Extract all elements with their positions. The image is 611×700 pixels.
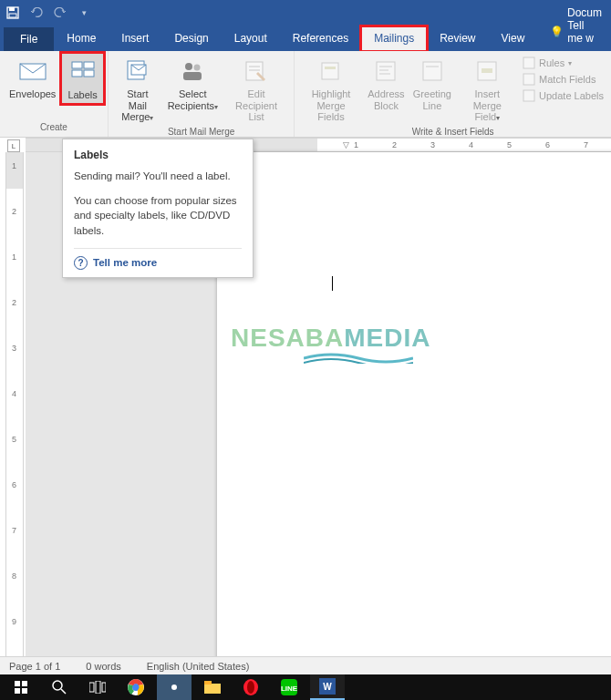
svg-rect-17 <box>325 67 336 69</box>
status-bar: Page 1 of 1 0 words English (United Stat… <box>0 656 611 674</box>
rules-icon <box>523 57 535 69</box>
start-button[interactable] <box>4 674 38 700</box>
group-write-insert-fields: HighlightMerge Fields AddressBlock Greet… <box>295 51 611 137</box>
select-recipients-button[interactable]: SelectRecipients▾ <box>163 53 223 113</box>
svg-rect-43 <box>204 681 212 685</box>
watermark-wave-icon <box>304 351 413 364</box>
tab-view[interactable]: View <box>489 26 538 51</box>
envelopes-button[interactable]: Envelopes <box>4 53 61 102</box>
tab-references[interactable]: References <box>280 26 361 51</box>
document-page[interactable]: NESABAMEDIA <box>217 152 611 700</box>
tab-mailings[interactable]: Mailings <box>361 26 427 51</box>
update-labels-button: Update Labels <box>523 89 604 102</box>
title-bar: ▾ Docum <box>0 0 611 26</box>
svg-rect-29 <box>15 681 20 686</box>
quick-access-toolbar: ▾ <box>5 5 91 20</box>
status-page[interactable]: Page 1 of 1 <box>9 661 60 672</box>
group-create: Envelopes Labels Create <box>0 51 109 137</box>
svg-rect-1 <box>9 7 15 11</box>
status-words[interactable]: 0 words <box>86 661 121 672</box>
tab-layout[interactable]: Layout <box>222 26 280 51</box>
taskbar-app1[interactable] <box>157 674 192 700</box>
svg-rect-6 <box>72 70 82 77</box>
svg-point-33 <box>53 681 62 690</box>
svg-point-45 <box>247 681 254 694</box>
svg-rect-22 <box>423 62 441 80</box>
labels-icon <box>68 57 98 87</box>
taskbar-opera[interactable] <box>233 674 268 700</box>
svg-point-10 <box>185 63 192 70</box>
svg-rect-4 <box>72 62 82 68</box>
match-fields-button: Match Fields <box>523 73 604 86</box>
taskbar-chrome[interactable] <box>119 674 153 700</box>
tab-design[interactable]: Design <box>161 26 221 51</box>
tab-stop-selector[interactable]: L <box>7 139 20 152</box>
help-icon: ? <box>74 256 88 270</box>
edit-recipient-list-button: EditRecipient List <box>223 53 291 125</box>
tab-insert[interactable]: Insert <box>109 26 161 51</box>
svg-rect-31 <box>15 688 20 694</box>
update-labels-icon <box>523 89 535 102</box>
svg-rect-35 <box>89 683 94 692</box>
svg-point-11 <box>194 65 201 71</box>
svg-rect-28 <box>523 90 534 101</box>
svg-rect-16 <box>322 63 338 79</box>
svg-rect-25 <box>482 68 492 73</box>
svg-rect-27 <box>523 74 534 85</box>
svg-rect-32 <box>22 688 27 694</box>
vertical-ruler[interactable]: 12123456789 <box>5 152 24 658</box>
tell-me-more-link[interactable]: ? Tell me more <box>74 248 242 270</box>
svg-point-41 <box>171 685 177 690</box>
taskbar-word[interactable]: W <box>310 674 345 700</box>
svg-rect-7 <box>84 70 94 77</box>
taskbar: LINE W <box>0 674 611 700</box>
insert-merge-field-button: Insert MergeField▾ <box>456 53 520 125</box>
qat-customize-icon[interactable]: ▾ <box>77 5 91 20</box>
redo-icon[interactable] <box>53 5 67 20</box>
svg-text:LINE: LINE <box>281 685 297 693</box>
svg-rect-36 <box>96 681 100 694</box>
search-button[interactable] <box>42 674 77 700</box>
indent-marker-icon[interactable]: ▽ <box>343 140 349 149</box>
start-mail-merge-button[interactable]: Start MailMerge▾ <box>112 53 163 125</box>
tell-me[interactable]: 💡Tell me w <box>537 14 611 51</box>
rules-button: Rules▾ <box>523 57 604 69</box>
tab-review[interactable]: Review <box>427 26 488 51</box>
svg-rect-5 <box>84 62 94 68</box>
svg-line-34 <box>61 689 66 694</box>
task-view-button[interactable] <box>80 674 115 700</box>
tooltip-line1: Sending mail? You'll need a label. <box>74 169 242 184</box>
mail-merge-icon <box>123 57 152 86</box>
svg-text:W: W <box>323 682 332 692</box>
text-cursor <box>332 276 333 291</box>
svg-rect-37 <box>102 683 106 692</box>
lightbulb-icon: 💡 <box>550 26 564 38</box>
watermark: NESABAMEDIA <box>231 324 430 353</box>
svg-rect-2 <box>9 14 16 17</box>
group-start-mail-merge: Start MailMerge▾ SelectRecipients▾ EditR… <box>109 51 295 137</box>
ribbon-tabs: File Home Insert Design Layout Reference… <box>0 26 611 51</box>
labels-button[interactable]: Labels <box>61 53 103 104</box>
undo-icon[interactable] <box>29 5 44 20</box>
taskbar-file-explorer[interactable] <box>195 674 230 700</box>
svg-rect-12 <box>183 72 202 80</box>
address-block-button: AddressBlock <box>364 53 409 113</box>
highlight-merge-fields-button: HighlightMerge Fields <box>298 53 363 125</box>
edit-list-icon <box>242 57 271 86</box>
svg-rect-30 <box>22 681 27 686</box>
status-language[interactable]: English (United States) <box>147 661 250 672</box>
greeting-icon <box>418 57 447 86</box>
tab-file[interactable]: File <box>4 27 54 51</box>
highlight-icon <box>316 57 346 86</box>
save-icon[interactable] <box>5 5 20 20</box>
address-block-icon <box>371 57 400 86</box>
tooltip-title: Labels <box>74 149 242 161</box>
tab-home[interactable]: Home <box>54 26 109 51</box>
labels-tooltip: Labels Sending mail? You'll need a label… <box>62 139 254 278</box>
svg-rect-42 <box>204 684 221 694</box>
wif-side-list: Rules▾ Match Fields Update Labels <box>519 53 607 106</box>
match-fields-icon <box>523 73 535 86</box>
taskbar-line[interactable]: LINE <box>272 674 306 700</box>
tooltip-line2: You can choose from popular sizes and sp… <box>74 193 242 239</box>
envelope-icon <box>18 57 47 86</box>
